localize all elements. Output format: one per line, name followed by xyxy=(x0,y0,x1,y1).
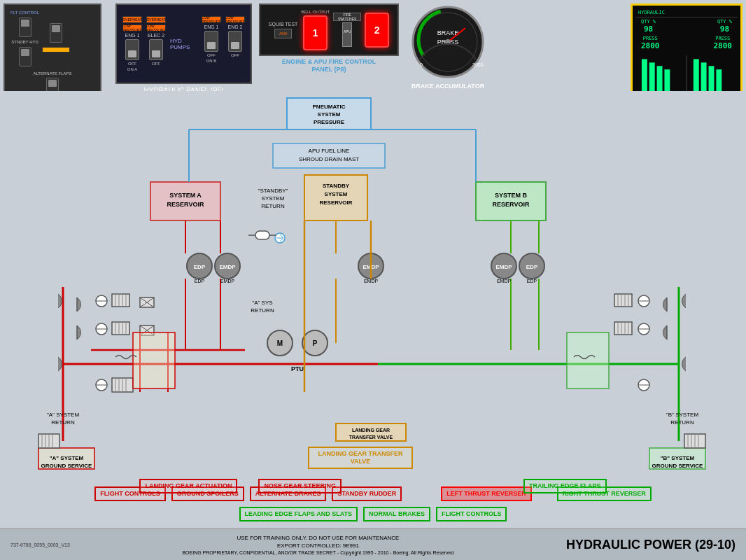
low-press-light-2: LOW PRESSURE xyxy=(146,24,166,31)
sub-labels-row: LANDING GEAR ACTUATION NOSE GEAR STEERIN… xyxy=(0,479,746,493)
svg-rect-99 xyxy=(614,322,632,335)
svg-text:LANDING GEAR: LANDING GEAR xyxy=(352,428,390,433)
svg-text:"A" SYSTEM: "A" SYSTEM xyxy=(47,412,79,418)
press-label-a: PRESS xyxy=(641,36,660,41)
svg-text:M: M xyxy=(277,340,283,347)
hydraulic-panel-p5: OVERHEAT LOW PRESSURE ENG 1 OFF ON A O xyxy=(115,4,252,94)
svg-text:EMDP: EMDP xyxy=(497,279,512,284)
svg-rect-114 xyxy=(133,332,175,388)
standby-hyd-switch[interactable] xyxy=(19,47,31,66)
svg-text:RESERVOIR: RESERVOIR xyxy=(493,201,530,208)
eaf-label: ENGINE & APU FIRE CONTROL PANEL (P8) xyxy=(259,58,399,74)
flt-control-switch-a[interactable] xyxy=(19,18,31,37)
svg-text:PNEUMATIC: PNEUMATIC xyxy=(313,104,346,110)
svg-text:3000: 3000 xyxy=(472,62,484,67)
svg-text:RETURN: RETURN xyxy=(51,419,75,426)
svg-rect-94 xyxy=(614,294,632,307)
svg-text:RESERVOIR: RESERVOIR xyxy=(167,201,204,208)
svg-text:RETURN: RETURN xyxy=(261,203,285,209)
svg-rect-133 xyxy=(255,231,269,239)
overheat-light-2: OVERHEAT xyxy=(146,16,166,23)
footer: 737-6789_0055_0003_V13 USE FOR TRAINING … xyxy=(0,528,746,560)
indicator-amber xyxy=(42,47,70,52)
alt-flaps-switch[interactable] xyxy=(46,78,59,92)
svg-text:PTU: PTU xyxy=(291,365,304,372)
svg-text:SYSTEM: SYSTEM xyxy=(318,111,341,118)
fire-sw-status: FIRE SWITCHES xyxy=(334,13,360,21)
svg-text:0: 0 xyxy=(420,62,423,67)
use-text: USE FOR TRAINING ONLY. DO NOT USE FOR MA… xyxy=(237,535,399,541)
flt-control-switch-b[interactable] xyxy=(50,23,62,43)
svg-text:PRESSURE: PRESSURE xyxy=(314,119,345,125)
svg-text:SYSTEM: SYSTEM xyxy=(262,195,285,202)
svg-rect-33 xyxy=(304,175,367,220)
proprietary-text: BOEING PROPRIETARY, CONFIDENTIAL, AND/OR… xyxy=(182,550,453,555)
svg-text:STANDBY: STANDBY xyxy=(323,183,350,189)
svg-text:"STANDBY": "STANDBY" xyxy=(258,188,288,194)
svg-text:EMDP: EMDP xyxy=(220,279,235,284)
low-press-light-3: LOW PRESSURE xyxy=(202,16,221,23)
press-b: 2800 xyxy=(714,41,733,50)
svg-text:SYSTEM: SYSTEM xyxy=(325,191,348,197)
svg-text:P: P xyxy=(313,340,318,347)
label-normal-brakes: NORMAL BRAKES xyxy=(363,507,430,522)
press-label-b: PRESS xyxy=(714,36,733,41)
label-leading-edge-flaps: LEADING EDGE FLAPS AND SLATS xyxy=(239,507,358,522)
label-flight-controls-b: FLIGHT CONTROLS xyxy=(436,507,507,522)
qty-label-2: QTY % xyxy=(717,19,732,24)
landing-gear-transfer-label: LANDING GEAR TRANSFER VALVE xyxy=(308,447,413,469)
low-press-light-4: LOW PRESSURE xyxy=(225,16,245,23)
svg-text:"B" SYSTEM: "B" SYSTEM xyxy=(661,455,695,461)
svg-text:"A" SYS: "A" SYS xyxy=(252,300,272,306)
hydraulic-header: HYDRAULIC xyxy=(638,10,665,15)
svg-text:RETURN: RETURN xyxy=(670,419,694,426)
qty-b: 98 xyxy=(717,24,732,34)
apu-handle[interactable]: APU xyxy=(342,22,352,47)
svg-text:SYSTEM B: SYSTEM B xyxy=(495,192,528,199)
svg-text:RETURN: RETURN xyxy=(251,307,274,314)
label-trailing-edge-flaps: TRAILING EDGE FLAPS xyxy=(523,479,607,493)
fire-handle-1[interactable]: 1 xyxy=(303,15,328,50)
du-header-row: HYDRAULIC xyxy=(635,8,738,18)
svg-text:EDP: EDP xyxy=(195,279,205,284)
elec2-switch[interactable] xyxy=(149,39,163,60)
fire-handle-2[interactable]: 2 xyxy=(365,13,389,48)
svg-rect-79 xyxy=(112,294,129,307)
svg-text:"A" SYSTEM: "A" SYSTEM xyxy=(50,455,84,461)
squib-test-light: ARM xyxy=(279,31,287,36)
eaf-panel-box: SQUIB TEST ARM BELL OUTPUT 1 xyxy=(259,4,399,56)
hyd-panel-box: OVERHEAT LOW PRESSURE ENG 1 OFF ON A O xyxy=(115,4,252,84)
footer-left-text: 737-6789_0055_0003_V13 xyxy=(10,542,70,547)
press-a: 2800 xyxy=(641,41,660,50)
svg-text:EDP: EDP xyxy=(194,264,206,270)
svg-text:SYSTEM A: SYSTEM A xyxy=(169,192,202,199)
brake-accumulator-panel: BRAKE PRESS 0 3000 BRAKE ACCUMULATOR PRE… xyxy=(406,4,490,98)
svg-text:GROUND SERVICE: GROUND SERVICE xyxy=(41,463,92,469)
svg-text:"B" SYSTEM: "B" SYSTEM xyxy=(666,412,698,418)
low-press-light-1: LOW PRESSURE xyxy=(122,24,142,31)
qty-label: QTY % xyxy=(641,19,656,24)
label-nose-gear-steering: NOSE GEAR STEERING xyxy=(258,479,342,493)
svg-rect-84 xyxy=(112,322,129,335)
svg-text:EMDP: EMDP xyxy=(364,279,379,284)
engine-apu-fire-panel: SQUIB TEST ARM BELL OUTPUT 1 xyxy=(259,4,399,74)
svg-text:EDP: EDP xyxy=(527,279,537,284)
eng2-switch[interactable] xyxy=(228,31,242,52)
eng1-b-switch[interactable] xyxy=(204,31,218,52)
brake-gauge-svg: BRAKE PRESS 0 3000 xyxy=(409,4,486,80)
svg-text:EDP: EDP xyxy=(526,264,538,270)
main-diagram: FLT CONTROL STNDBY HYD ALTERNATE FLAPS xyxy=(0,0,746,560)
export-text: EXPORT CONTROLLED: 9E991 xyxy=(277,542,359,549)
svg-text:APU FUEL LINE: APU FUEL LINE xyxy=(309,148,350,154)
footer-title: HYDRAULIC POWER (29-10) xyxy=(566,538,736,552)
svg-text:GROUND SERVICE: GROUND SERVICE xyxy=(652,463,703,469)
eng1-switch[interactable] xyxy=(125,39,139,60)
label-landing-gear-actuation: LANDING GEAR ACTUATION xyxy=(139,479,237,493)
svg-text:EMDP: EMDP xyxy=(495,264,512,270)
svg-text:RESERVOIR: RESERVOIR xyxy=(320,200,353,206)
qty-a: 98 xyxy=(641,24,656,34)
svg-text:TRANSFER VALVE: TRANSFER VALVE xyxy=(349,435,393,440)
svg-rect-115 xyxy=(567,332,609,388)
overheat-light-1: OVERHEAT xyxy=(122,16,142,23)
svg-text:EMDP: EMDP xyxy=(219,264,236,270)
